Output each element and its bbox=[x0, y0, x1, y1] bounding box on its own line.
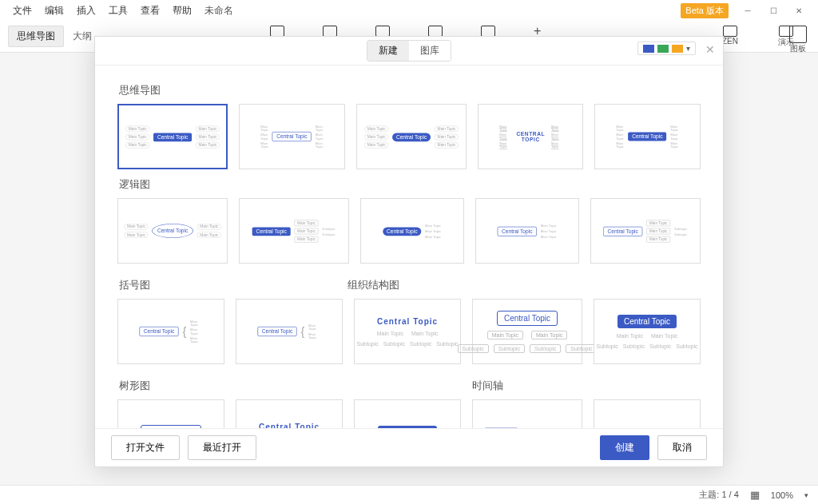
template-mindmap-4[interactable]: Main TopicMain TopicMain Topic CENTRAL T… bbox=[478, 104, 584, 169]
template-logic-1[interactable]: Main TopicMain Topic Central Topic Main … bbox=[117, 198, 228, 264]
modal-header: 新建 图库 ▾ ✕ bbox=[95, 37, 723, 65]
template-timeline-1[interactable]: Central TopicMain TopicMain Topic bbox=[472, 399, 582, 428]
template-org-2[interactable]: Central Topic Main TopicMain Topic Subto… bbox=[472, 299, 582, 364]
section-tree-title: 树形图 bbox=[119, 379, 471, 393]
template-logic-3[interactable]: Central Topic Main TopicMain TopicMain T… bbox=[360, 198, 464, 264]
status-zoom[interactable]: 100% bbox=[771, 490, 793, 500]
modal-tabs: 新建 图库 bbox=[367, 40, 451, 62]
template-mindmap-3[interactable]: Main TopicMain TopicMain Topic Central T… bbox=[356, 104, 467, 169]
create-button[interactable]: 创建 bbox=[600, 435, 649, 460]
template-logic-5[interactable]: Central Topic Main TopicMain TopicMain T… bbox=[590, 198, 701, 264]
template-tree-1[interactable]: Central Topic bbox=[117, 399, 224, 428]
modal-body[interactable]: 思维导图 Main TopicMain TopicMain Topic Cent… bbox=[95, 65, 723, 428]
theme-swatch-orange bbox=[672, 45, 683, 53]
template-brace-1[interactable]: Central Topic { Main TopicMain TopicMain… bbox=[117, 299, 224, 364]
template-org-1[interactable]: Central Topic Main TopicMain Topic Subto… bbox=[354, 299, 461, 364]
template-mindmap-5[interactable]: Main TopicMain TopicMain Topic Central T… bbox=[594, 104, 701, 169]
section-brace-title: 括号图 bbox=[119, 278, 346, 292]
template-row-mindmap: Main TopicMain TopicMain Topic Central T… bbox=[117, 104, 701, 169]
template-logic-2[interactable]: Central Topic Main TopicMain TopicMain T… bbox=[239, 198, 349, 264]
template-logic-4[interactable]: Central Topic Main TopicMain TopicMain T… bbox=[475, 198, 579, 264]
section-mindmap-title: 思维导图 bbox=[119, 83, 701, 97]
status-topics: 主题: 1 / 4 bbox=[699, 489, 739, 501]
template-row-brace-org: Central Topic { Main TopicMain TopicMain… bbox=[117, 299, 701, 364]
chevron-down-icon[interactable]: ▾ bbox=[804, 491, 808, 499]
theme-swatch-blue bbox=[643, 45, 654, 53]
template-org-3[interactable]: Central Topic Main TopicMain Topic Subto… bbox=[594, 299, 701, 364]
open-file-button[interactable]: 打开文件 bbox=[111, 435, 180, 460]
modal-close-button[interactable]: ✕ bbox=[705, 43, 715, 56]
theme-picker[interactable]: ▾ bbox=[637, 42, 696, 55]
modal-tab-library[interactable]: 图库 bbox=[409, 41, 451, 61]
map-icon[interactable]: ▦ bbox=[750, 489, 760, 501]
template-tree-2[interactable]: Central TopicMain Topic bbox=[236, 399, 343, 428]
template-mindmap-2[interactable]: Main TopicMain TopicMain Topic Central T… bbox=[239, 104, 345, 169]
template-row-logic: Main TopicMain Topic Central Topic Main … bbox=[117, 198, 701, 264]
modal-footer: 打开文件 最近打开 创建 取消 bbox=[95, 428, 723, 466]
theme-swatch-green bbox=[657, 45, 669, 53]
new-template-modal: 新建 图库 ▾ ✕ 思维导图 Main TopicMain TopicMain … bbox=[94, 36, 724, 467]
section-timeline-title: 时间轴 bbox=[472, 379, 701, 393]
template-tree-3[interactable]: Central Topic bbox=[354, 399, 461, 428]
statusbar: 主题: 1 / 4 ▦ 100% ▾ bbox=[0, 485, 818, 504]
section-logic-title: 逻辑图 bbox=[119, 177, 701, 192]
template-row-tree-timeline: Central Topic Central TopicMain Topic Ce… bbox=[117, 399, 701, 428]
section-org-title: 组织结构图 bbox=[347, 278, 701, 292]
recent-files-button[interactable]: 最近打开 bbox=[188, 435, 256, 460]
chevron-down-icon: ▾ bbox=[686, 44, 690, 53]
template-brace-2[interactable]: Central Topic { Main TopicMain Topic bbox=[236, 299, 343, 364]
cancel-button[interactable]: 取消 bbox=[657, 435, 707, 460]
modal-overlay: 新建 图库 ▾ ✕ 思维导图 Main TopicMain TopicMain … bbox=[0, 0, 818, 504]
template-timeline-2[interactable]: Central bbox=[594, 399, 701, 428]
template-mindmap-1[interactable]: Main TopicMain TopicMain Topic Central T… bbox=[117, 104, 228, 169]
modal-tab-new[interactable]: 新建 bbox=[367, 41, 409, 61]
